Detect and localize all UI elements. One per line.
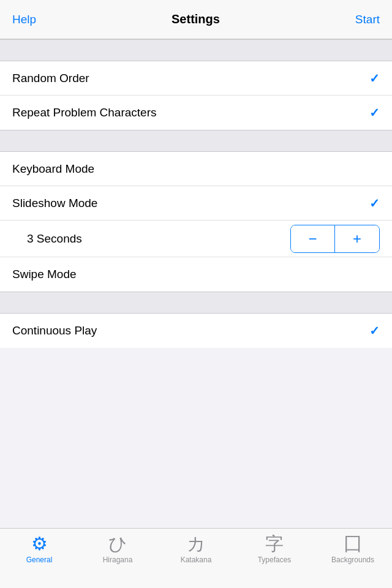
swipe-mode-label: Swipe Mode	[12, 268, 77, 281]
tab-katakana-label: Katakana	[181, 556, 212, 564]
tab-hiragana-label: Hiragana	[103, 556, 133, 564]
content-area: Random Order ✓ Repeat Problem Characters…	[0, 39, 392, 528]
continuous-play-row[interactable]: Continuous Play ✓	[0, 314, 392, 348]
settings-group-1: Random Order ✓ Repeat Problem Characters…	[0, 61, 392, 130]
tab-katakana[interactable]: カ Katakana	[157, 535, 235, 564]
random-order-row[interactable]: Random Order ✓	[0, 61, 392, 96]
tab-typefaces[interactable]: 字 Typefaces	[235, 535, 314, 564]
typefaces-icon: 字	[265, 535, 284, 553]
page-title: Settings	[172, 12, 220, 26]
katakana-icon: カ	[187, 535, 206, 553]
slideshow-mode-row[interactable]: Slideshow Mode ✓	[0, 186, 392, 221]
tab-bar: ⚙ General ひ Hiragana カ Katakana 字 Typefa…	[0, 528, 392, 588]
settings-group-3: Continuous Play ✓	[0, 314, 392, 348]
repeat-problem-row[interactable]: Repeat Problem Characters ✓	[0, 96, 392, 130]
keyboard-mode-label: Keyboard Mode	[12, 162, 94, 176]
backgrounds-icon: 囗	[344, 535, 362, 553]
tab-hiragana[interactable]: ひ Hiragana	[78, 535, 157, 564]
random-order-check: ✓	[369, 71, 380, 86]
hiragana-icon: ひ	[108, 535, 127, 553]
tab-backgrounds-label: Backgrounds	[331, 556, 374, 564]
slideshow-mode-check: ✓	[369, 196, 380, 211]
seconds-row: 3 Seconds − +	[0, 221, 392, 257]
section-gap-3	[0, 292, 392, 314]
section-gap-2	[0, 130, 392, 152]
tab-typefaces-label: Typefaces	[258, 556, 292, 564]
tab-general[interactable]: ⚙ General	[0, 535, 78, 564]
gear-icon: ⚙	[31, 535, 48, 553]
seconds-label: 3 Seconds	[12, 232, 82, 246]
tab-general-label: General	[26, 556, 53, 564]
nav-bar: Help Settings Start	[0, 0, 392, 39]
settings-group-2: Keyboard Mode Slideshow Mode ✓ 3 Seconds…	[0, 152, 392, 292]
stepper-plus-button[interactable]: +	[335, 225, 379, 252]
start-button[interactable]: Start	[355, 10, 380, 29]
slideshow-mode-label: Slideshow Mode	[12, 197, 97, 210]
continuous-play-label: Continuous Play	[12, 324, 97, 337]
continuous-play-check: ✓	[369, 323, 380, 338]
repeat-problem-check: ✓	[369, 105, 380, 120]
repeat-problem-label: Repeat Problem Characters	[12, 106, 157, 119]
swipe-mode-row[interactable]: Swipe Mode	[0, 257, 392, 292]
random-order-label: Random Order	[12, 72, 89, 85]
section-gap-top	[0, 39, 392, 61]
keyboard-mode-row[interactable]: Keyboard Mode	[0, 152, 392, 186]
help-button[interactable]: Help	[12, 10, 36, 29]
tab-backgrounds[interactable]: 囗 Backgrounds	[314, 535, 392, 564]
stepper-minus-button[interactable]: −	[291, 225, 335, 252]
stepper-control: − +	[290, 225, 380, 253]
